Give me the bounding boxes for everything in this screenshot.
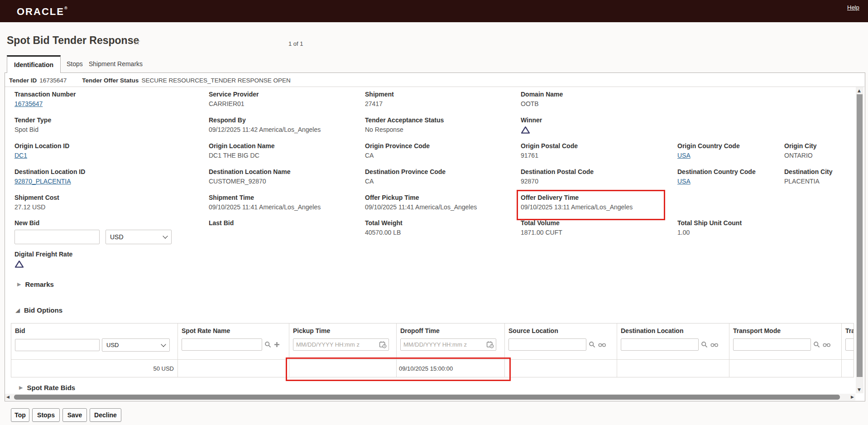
horizontal-scrollbar[interactable]: ◀ ▶ [5,394,855,401]
col-header-bid: Bid USD [11,324,178,360]
app-header-bar: ORACLE® Help [0,0,868,22]
field-service-provider: Service Provider CARRIER01 [209,91,259,107]
field-destination-country-code: Destination Country Code USA [677,168,756,185]
section-bid-options-toggle[interactable]: ◢ Bid Options [15,306,62,314]
col-header-spot-rate-name: Spot Rate Name [178,324,289,360]
new-bid-currency-select[interactable]: USD [106,230,172,244]
tender-offer-status-value: SECURE RESOURCES_TENDER RESPONSE OPEN [141,77,290,84]
destination-location-input[interactable] [621,338,699,351]
vertical-scrollbar-thumb[interactable] [857,94,863,377]
add-icon[interactable] [274,342,280,348]
destination-location-id-link[interactable]: 92870_PLACENTIA [14,178,71,185]
search-icon[interactable] [264,341,272,348]
collapsed-arrow-icon: ▶ [19,385,23,391]
field-shipment: Shipment 27417 [365,91,394,107]
scroll-down-icon[interactable]: ▼ [858,387,861,392]
col-header-transport-mode: Transport Mode [729,324,842,360]
view-glasses-icon[interactable] [823,342,831,348]
field-digital-freight-rate: Digital Freight Rate [14,251,72,268]
chevron-down-icon [161,342,166,347]
view-glasses-icon[interactable] [710,342,719,348]
field-destination-province-code: Destination Province Code CA [365,168,446,185]
help-link[interactable]: Help [847,4,859,11]
truncated-filter-input[interactable] [845,338,854,351]
search-icon[interactable] [589,341,596,348]
digital-freight-rate-triangle-icon [14,260,72,268]
field-origin-province-code: Origin Province Code CA [365,142,430,159]
transaction-number-link[interactable]: 16735647 [14,100,43,107]
spot-rate-name-cell[interactable] [178,360,289,377]
field-total-volume: Total Volume 1871.00 CUFT [521,219,562,236]
bid-cell[interactable]: 50 USD [11,360,178,377]
pickup-time-cell[interactable] [289,360,397,377]
tab-identification[interactable]: Identification [7,55,61,73]
panel-divider [5,87,864,87]
save-button[interactable]: Save [62,408,87,422]
field-origin-location-id: Origin Location ID DC1 [14,142,69,159]
field-transaction-number: Transaction Number 16735647 [14,91,76,107]
field-domain-name: Domain Name OOTB [521,91,563,107]
bid-currency-select[interactable]: USD [102,338,170,352]
col-header-dropoff-time: Dropoff Time [397,324,505,360]
destination-location-cell[interactable] [617,360,729,377]
tender-id-value: 16735647 [39,77,67,84]
pickup-time-input[interactable] [293,338,389,351]
field-origin-location-name: Origin Location Name DC1 THE BIG DC [209,142,274,159]
calendar-clock-icon[interactable] [486,341,494,348]
page-title: Spot Bid Tender Response [7,34,139,47]
col-header-source-location: Source Location [505,324,617,360]
field-offer-delivery-time: Offer Delivery Time 09/10/2025 13:11 Ame… [521,194,633,211]
tab-shipment-remarks[interactable]: Shipment Remarks [89,55,143,72]
horizontal-scrollbar-thumb[interactable] [14,395,840,400]
field-total-weight: Total Weight 40570.00 LB [365,219,403,236]
transport-mode-input[interactable] [733,338,811,351]
top-button[interactable]: Top [11,408,29,422]
bid-filter-input[interactable] [15,339,100,351]
col-header-pickup-time: Pickup Time [289,324,397,360]
col-header-truncated: Tra [842,324,854,360]
destination-country-code-link[interactable]: USA [677,178,691,185]
dropoff-time-cell[interactable]: 09/10/2025 15:00:00 [397,360,505,377]
field-shipment-cost: Shipment Cost 27.12 USD [14,194,59,211]
dropoff-time-input[interactable] [400,338,496,351]
new-bid-input[interactable] [14,230,100,244]
section-remarks-toggle[interactable]: ▶ Remarks [17,280,54,288]
view-glasses-icon[interactable] [598,342,606,348]
field-offer-pickup-time: Offer Pickup Time 09/10/2025 11:41 Ameri… [365,194,477,211]
source-location-cell[interactable] [505,360,617,377]
field-shipment-time: Shipment Time 09/10/2025 11:41 America/L… [209,194,321,211]
field-origin-country-code: Origin Country Code USA [677,142,740,159]
field-destination-location-name: Destination Location Name CUSTOMER_92870 [209,168,290,185]
scroll-up-icon[interactable]: ▲ [858,88,861,93]
vertical-scrollbar[interactable]: ▲ ▼ [856,87,863,393]
stops-button[interactable]: Stops [32,408,60,422]
field-last-bid: Last Bid [209,219,234,229]
field-tender-type: Tender Type Spot Bid [14,116,51,133]
chevron-down-icon [163,233,168,238]
bid-options-table: Bid USD Spot Rate Name Pickup Time [11,323,854,377]
origin-location-id-link[interactable]: DC1 [14,152,27,159]
origin-country-code-link[interactable]: USA [677,152,691,159]
calendar-clock-icon[interactable] [379,341,387,348]
decline-button[interactable]: Decline [90,408,121,422]
source-location-input[interactable] [508,338,586,351]
search-icon[interactable] [813,341,820,348]
tender-status-line: Tender ID 16735647 Tender Offer Status S… [9,77,291,84]
scroll-left-icon[interactable]: ◀ [6,395,10,399]
field-origin-postal-code: Origin Postal Code 91761 [521,142,578,159]
field-winner: Winner [521,116,542,134]
truncated-cell[interactable] [842,360,854,377]
tab-stops[interactable]: Stops [67,55,83,72]
favorite-star-icon[interactable]: ☆ [133,36,141,47]
record-pagination: 1 of 1 [288,40,303,47]
transport-mode-cell[interactable] [729,360,842,377]
tender-offer-status-label: Tender Offer Status [82,77,139,84]
field-respond-by: Respond By 09/12/2025 11:42 America/Los_… [209,116,321,133]
collapsed-arrow-icon: ▶ [17,281,21,287]
field-total-ship-unit-count: Total Ship Unit Count 1.00 [677,219,742,236]
section-spot-rate-bids-toggle[interactable]: ▶ Spot Rate Bids [19,384,75,391]
scroll-right-icon[interactable]: ▶ [851,395,854,399]
spot-rate-name-input[interactable] [182,338,262,351]
col-header-destination-location: Destination Location [617,324,729,360]
search-icon[interactable] [701,341,708,348]
